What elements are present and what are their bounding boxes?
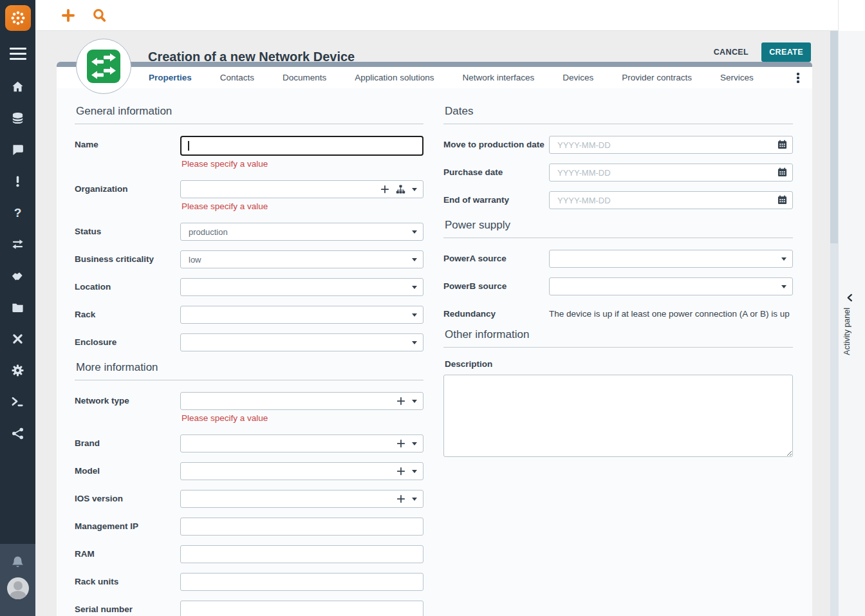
tab-contacts[interactable]: Contacts [220,73,254,82]
move-to-production-date-input[interactable] [549,136,793,154]
page-scrollbar[interactable] [830,31,838,616]
field-row-model: Model [75,462,423,480]
business-criticality-select[interactable]: low [180,250,423,268]
scrollbar-thumb[interactable] [830,31,838,243]
validation-message: Please specify a value [181,201,423,211]
tab-services[interactable]: Services [720,73,754,82]
field-row-end-of-warranty: End of warranty [443,191,793,209]
description-textarea[interactable] [443,375,793,457]
database-icon[interactable] [11,111,24,125]
organization-select[interactable] [180,180,423,198]
user-avatar[interactable] [7,577,29,599]
settings-gear-icon[interactable] [11,364,24,377]
field-row-status: Status production [75,223,423,241]
field-label: Move to production date [443,136,549,149]
tab-properties[interactable]: Properties [149,73,192,82]
model-select[interactable] [180,462,423,480]
cancel-button[interactable]: CANCEL [711,44,751,61]
tab-overflow-menu-icon[interactable] [793,71,803,84]
ios-version-select[interactable] [180,490,423,508]
svg-text:?: ? [14,206,22,219]
chevron-down-icon[interactable] [412,470,417,473]
tab-application-solutions[interactable]: Application solutions [355,73,434,82]
exchange-icon[interactable] [11,238,24,251]
page-title: Creation of a new Network Device [148,50,355,64]
chevron-down-icon[interactable] [412,188,417,191]
network-type-select[interactable] [180,392,423,410]
management-ip-input[interactable] [180,518,423,536]
hierarchy-picker-icon[interactable] [396,185,405,194]
purchase-date-input[interactable] [549,163,793,182]
calendar-icon[interactable] [777,140,787,149]
power-b-source-select[interactable] [549,277,793,295]
tab-devices[interactable]: Devices [563,73,593,82]
enclosure-select[interactable] [180,333,423,351]
ram-input[interactable] [180,545,423,563]
field-row-rack-units: Rack units [75,573,423,591]
chevron-down-icon[interactable] [412,400,417,403]
handshake-icon[interactable] [11,269,24,283]
date-text[interactable] [550,164,792,181]
global-search-icon[interactable] [92,8,107,23]
power-a-source-select[interactable] [549,250,793,268]
alerts-icon[interactable] [11,174,24,188]
serial-number-text[interactable] [181,601,423,616]
field-row-network-type: Network type Please specify a value [75,392,423,425]
rack-units-input[interactable] [180,573,423,591]
tab-network-interfaces[interactable]: Network interfaces [462,73,534,82]
field-label: Location [75,278,180,292]
section-title-power: Power supply [443,219,793,238]
console-terminal-icon[interactable] [11,395,24,409]
tools-icon[interactable] [11,332,24,346]
network-device-icon [87,50,120,83]
home-icon[interactable] [11,80,24,93]
brand-select[interactable] [180,434,423,453]
share-icon[interactable] [11,427,24,440]
end-of-warranty-input[interactable] [549,191,793,209]
ram-text[interactable] [181,546,423,563]
tab-documents[interactable]: Documents [283,73,326,82]
chevron-down-icon[interactable] [412,498,417,501]
activity-panel-header [839,0,865,31]
calendar-icon[interactable] [777,167,787,177]
section-title-general: General information [75,105,423,124]
rack-select[interactable] [180,306,423,324]
add-ios-version-icon[interactable] [396,494,405,503]
field-row-move-to-production-date: Move to production date [443,136,793,154]
create-button[interactable]: CREATE [761,42,811,62]
comments-icon[interactable] [11,143,24,156]
location-select[interactable] [180,278,423,296]
add-organization-icon[interactable] [380,185,389,194]
properties-form: General information Name Please specify … [57,88,812,616]
date-text[interactable] [550,192,792,209]
add-model-icon[interactable] [396,467,405,476]
date-text[interactable] [550,136,792,153]
notifications-bell-icon[interactable] [10,555,25,570]
section-title-other: Other information [443,328,793,348]
add-brand-icon[interactable] [396,439,405,448]
documents-folder-icon[interactable] [11,301,24,314]
management-ip-text[interactable] [181,518,423,535]
activity-panel-label[interactable]: Activity panel [842,308,851,355]
expand-activity-panel-icon[interactable] [846,294,854,302]
rack-units-text[interactable] [181,574,423,590]
selected-value: low [181,255,201,265]
new-object-plus-icon[interactable] [61,8,75,23]
tab-provider-contracts[interactable]: Provider contracts [622,73,692,82]
menu-icon[interactable] [10,48,26,60]
help-icon[interactable]: ? [11,206,24,219]
name-input[interactable] [180,136,423,156]
add-network-type-icon[interactable] [396,397,405,406]
redundancy-value: The device is up if at least one power c… [549,305,793,319]
app-window: ? [0,0,865,616]
activity-panel-collapsed: Activity panel [838,0,865,616]
field-label: Purchase date [443,163,549,177]
chevron-down-icon[interactable] [412,442,417,445]
itop-logo[interactable] [5,5,31,31]
chevron-down-icon [412,230,417,234]
serial-number-input[interactable] [180,601,423,616]
calendar-icon[interactable] [777,195,787,205]
status-select[interactable]: production [180,223,423,241]
section-title-dates: Dates [443,105,793,124]
field-label: Organization [75,180,180,194]
